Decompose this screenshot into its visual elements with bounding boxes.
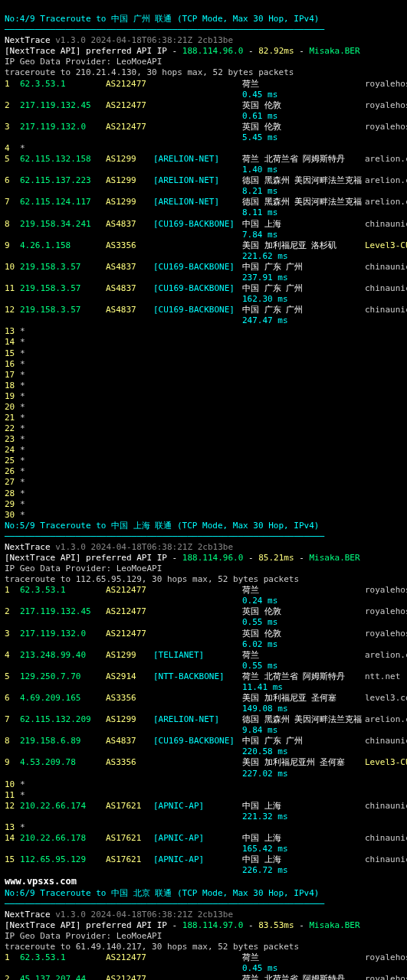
hop-row: 14210.22.66.178AS17621[APNIC-AP]中国 上海chi…: [5, 833, 402, 844]
hop-row: 20*: [5, 402, 402, 413]
hop-row: 8219.158.34.241AS4837[CU169-BACKBONE]中国 …: [5, 219, 402, 230]
hop-latency: 221.32 ms: [5, 812, 402, 822]
watermark: www.vpsxs.com: [5, 876, 402, 887]
geo-line: IP Geo Data Provider: LeoMoeAPI: [5, 57, 402, 67]
hop-latency: 0.61 ms: [5, 111, 402, 122]
hop-latency: 6.02 ms: [5, 639, 402, 650]
hop-row: 8219.158.6.89AS4837[CU169-BACKBONE]中国 广东…: [5, 736, 402, 746]
hop-latency: 0.55 ms: [5, 617, 402, 628]
hop-row: 2217.119.132.45AS212477英国 伦敦royalehostin…: [5, 606, 402, 617]
hop-row: 19*: [5, 391, 402, 402]
hop-row: 10219.158.3.57AS4837[CU169-BACKBONE]中国 广…: [5, 262, 402, 273]
hop-row: 94.26.1.158AS3356美国 加利福尼亚 洛杉矶Level3-CU-P…: [5, 240, 402, 251]
trace-title: No:6/9 Traceroute to 中国 北京 联通 (TCP Mode,…: [5, 888, 402, 899]
hop-latency: 237.91 ms: [5, 273, 402, 283]
trace-sep: ────────────────────────────────────────…: [5, 24, 402, 35]
hop-latency: 226.72 ms: [5, 865, 402, 876]
traceroute-line: traceroute to 210.21.4.130, 30 hops max,…: [5, 67, 402, 78]
hop-row: 27*: [5, 477, 402, 488]
hop-row: 15*: [5, 348, 402, 359]
hop-row: 4*: [5, 143, 402, 154]
hop-row: 17*: [5, 370, 402, 381]
hop-row: 5129.250.7.70AS2914[NTT-BACKBONE]荷兰 北荷兰省…: [5, 671, 402, 682]
preferred-ip-line: [NextTrace API] preferred API IP - 188.1…: [5, 553, 402, 564]
hop-latency: 0.45 ms: [5, 90, 402, 100]
hop-latency: 0.24 ms: [5, 596, 402, 606]
geo-line: IP Geo Data Provider: LeoMoeAPI: [5, 564, 402, 574]
hop-row: 162.3.53.1AS212477荷兰royalehosting.net: [5, 79, 402, 90]
hop-row: 245.137.207.44AS212477荷兰 北荷兰省 阿姆斯特丹royal…: [5, 974, 402, 980]
nexttrace-line: NextTrace v1.3.0 2024-04-18T06:38:21Z 2c…: [5, 35, 402, 46]
trace-sep: ────────────────────────────────────────…: [5, 899, 402, 910]
hop-latency: 11.41 ms: [5, 682, 402, 693]
hop-row: 562.115.132.158AS1299[ARELION-NET]荷兰 北荷兰…: [5, 154, 402, 165]
hop-row: 10*: [5, 779, 402, 790]
hop-row: 25*: [5, 456, 402, 466]
hop-row: 762.115.132.209AS1299[ARELION-NET]德国 黑森州…: [5, 714, 402, 725]
hop-row: 13*: [5, 822, 402, 833]
hop-row: 13*: [5, 326, 402, 337]
hop-row: 18*: [5, 381, 402, 391]
hop-row: 16*: [5, 359, 402, 370]
hop-row: 23*: [5, 434, 402, 445]
hop-latency: 247.47 ms: [5, 315, 402, 326]
trace-sep: ────────────────────────────────────────…: [5, 531, 402, 542]
hop-row: 12210.22.66.174AS17621[APNIC-AP]中国 上海chi…: [5, 801, 402, 812]
hop-row: 11219.158.3.57AS4837[CU169-BACKBONE]中国 广…: [5, 283, 402, 294]
hop-row: 26*: [5, 466, 402, 477]
hop-latency: 220.58 ms: [5, 746, 402, 757]
hop-row: 662.115.137.223AS1299[ARELION-NET]德国 黑森州…: [5, 175, 402, 186]
hop-latency: 149.08 ms: [5, 704, 402, 714]
traceroute-line: traceroute to 61.49.140.217, 30 hops max…: [5, 942, 402, 952]
hop-row: 3217.119.132.0AS212477英国 伦敦royalehosting…: [5, 629, 402, 639]
geo-line: IP Geo Data Provider: LeoMoeAPI: [5, 931, 402, 942]
hop-row: 24*: [5, 445, 402, 456]
hop-latency: 9.84 ms: [5, 725, 402, 736]
hop-row: 11*: [5, 790, 402, 801]
hop-row: 2217.119.132.45AS212477英国 伦敦royalehostin…: [5, 100, 402, 111]
hop-latency: 162.30 ms: [5, 294, 402, 305]
hop-latency: 227.02 ms: [5, 769, 402, 779]
hop-row: 94.53.209.78AS3356美国 加利福尼亚州 圣何塞Level3-CU…: [5, 757, 402, 768]
hop-row: 29*: [5, 499, 402, 510]
preferred-ip-line: [NextTrace API] preferred API IP - 188.1…: [5, 46, 402, 57]
trace-title: No:4/9 Traceroute to 中国 广州 联通 (TCP Mode,…: [5, 14, 402, 24]
hop-row: 28*: [5, 488, 402, 499]
hop-row: 30*: [5, 510, 402, 521]
hop-row: 162.3.53.1AS212477荷兰royalehosting.net: [5, 952, 402, 963]
hop-row: 22*: [5, 423, 402, 434]
hop-latency: 0.45 ms: [5, 963, 402, 974]
hop-latency: 8.21 ms: [5, 186, 402, 197]
hop-row: 12219.158.3.57AS4837[CU169-BACKBONE]中国 广…: [5, 305, 402, 315]
hop-row: 64.69.209.165AS3356美国 加利福尼亚 圣何塞level3.co…: [5, 693, 402, 704]
hop-latency: 8.11 ms: [5, 207, 402, 218]
terminal-output: No:4/9 Traceroute to 中国 广州 联通 (TCP Mode,…: [0, 0, 407, 980]
hop-row: 3217.119.132.0AS212477英国 伦敦royalehosting…: [5, 122, 402, 132]
nexttrace-line: NextTrace v1.3.0 2024-04-18T06:38:21Z 2c…: [5, 542, 402, 553]
hop-latency: 1.40 ms: [5, 165, 402, 175]
hop-row: 14*: [5, 337, 402, 348]
hop-row: 21*: [5, 413, 402, 423]
nexttrace-line: NextTrace v1.3.0 2024-04-18T06:38:21Z 2c…: [5, 910, 402, 920]
hop-latency: 7.84 ms: [5, 230, 402, 240]
hop-row: 15112.65.95.129AS17621[APNIC-AP]中国 上海chi…: [5, 854, 402, 865]
hop-latency: 165.42 ms: [5, 844, 402, 854]
preferred-ip-line: [NextTrace API] preferred API IP - 188.1…: [5, 920, 402, 931]
hop-latency: 0.55 ms: [5, 661, 402, 671]
hop-row: 162.3.53.1AS212477荷兰royalehosting.net: [5, 585, 402, 596]
hop-latency: 5.45 ms: [5, 132, 402, 143]
trace-title: No:5/9 Traceroute to 中国 上海 联通 (TCP Mode,…: [5, 521, 402, 531]
hop-row: 762.115.124.117AS1299[ARELION-NET]德国 黑森州…: [5, 197, 402, 207]
hop-latency: 221.62 ms: [5, 251, 402, 262]
traceroute-line: traceroute to 112.65.95.129, 30 hops max…: [5, 574, 402, 585]
hop-row: 4213.248.99.40AS1299[TELIANET]荷兰arelion.…: [5, 650, 402, 661]
